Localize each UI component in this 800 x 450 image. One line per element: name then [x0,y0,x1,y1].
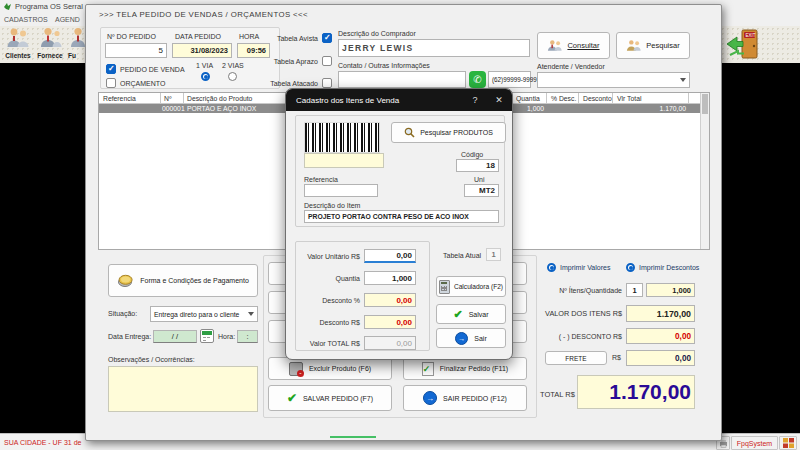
help-button[interactable]: ? [464,95,486,105]
frete-label: FRETE [565,355,586,362]
calculator-icon [439,280,450,294]
finalizar-pedido-button[interactable]: ✓ Finalizar Pedido (F11) [403,357,527,380]
consultar-label: Consultar [567,41,599,50]
check-icon: ✔ [453,308,462,321]
atendente-label: Atendente / Vendedor [537,63,605,70]
tabela-atacado-label: Tabela Atacado [268,80,318,87]
phone-input[interactable]: (62)99999-9999 [488,71,531,88]
pedido-input[interactable]: 5 [105,43,167,58]
calculadora-button[interactable]: Calculadora (F2) [436,276,506,297]
desconto-total-label: ( - ) DESCONTO R$ [540,333,622,340]
row-descricao: PORTAO E AÇO INOX [187,105,256,112]
hora-entrega-label: Hora: [218,333,235,340]
toolbar-item-clientes[interactable]: Clientes [4,27,32,62]
frete-button[interactable]: FRETE [545,351,607,365]
pesquisar-produtos-button[interactable]: Pesquisar PRODUTOS [391,122,506,143]
descricao-item-input[interactable]: PROJETO PORTAO CONTRA PESO DE ACO INOX [304,210,499,223]
menu-agenda[interactable]: AGEND [55,16,80,23]
barcode-input[interactable] [304,153,384,168]
delete-icon: - [289,362,303,376]
valor-unitario-input[interactable]: 0,00 [364,249,416,263]
atendente-select[interactable] [537,72,690,88]
status-brand: FpqSystem [737,440,772,447]
frete-box[interactable]: 0,00 [626,350,695,366]
chevron-down-icon [248,312,254,316]
modal-salvar-button[interactable]: ✔ Salvar [436,304,506,324]
calendar-button[interactable] [200,329,214,343]
hora-label: HORA [239,33,259,40]
situacao-value: Entrega direto para o cliente [154,311,239,318]
tabela-avista-checkbox[interactable] [322,33,332,43]
referencia-label: Referencia [304,176,338,183]
codigo-label: Código [461,151,483,158]
data-input[interactable]: 31/08/2023 [172,43,232,58]
toolbar-item-fornecedores[interactable]: Fornece [36,27,64,62]
data-label: DATA PEDIDO [175,33,221,40]
uni-box: MT2 [464,184,499,197]
imprimir-valores-radio[interactable] [547,263,556,272]
suppliers-icon [38,27,62,49]
situacao-select[interactable]: Entrega direto para o cliente [150,306,258,322]
imprimir-descontos-radio[interactable] [626,263,635,272]
desconto-rs-input[interactable]: 0,00 [364,315,416,329]
modal-sair-button[interactable]: → Sair [436,328,506,348]
payment-label: Forma e Condições de Pagamento [140,277,249,284]
data-entrega-input[interactable]: / / [153,330,197,343]
desconto-pct-label: Desconto % [300,297,360,304]
grid-header-vlr-total[interactable]: Vlr Total [617,95,641,102]
payment-button[interactable]: Forma e Condições de Pagamento [108,264,258,297]
tabela-avista-label: Tabela Avista [275,35,318,42]
excluir-label: Excluir Produto (F6) [309,365,371,372]
grid-header-numero[interactable]: Nº [164,95,171,102]
grid-header-descricao[interactable]: Descrição do Produto [187,95,252,102]
itens-label: Nº Ítens/Quantidade [540,287,622,294]
pesquisar-button[interactable]: Pesquisar [616,32,690,59]
exit-door-icon: EXIT [724,27,764,61]
clients-icon [6,27,30,49]
via1-radio[interactable] [201,72,210,81]
via2-radio[interactable] [228,72,237,81]
tabela-atacado-checkbox[interactable] [322,78,332,88]
modal-titlebar[interactable]: Cadastro dos Itens de Venda ? ✕ [286,89,512,111]
exit-button[interactable]: EXIT [724,27,766,62]
grid-header-quantia[interactable]: Quantia [516,95,540,102]
grid-header-desconto[interactable]: Desconto [583,95,612,102]
consult-people-icon [547,39,563,52]
referencia-input[interactable] [304,184,378,197]
close-button[interactable]: ✕ [486,95,512,105]
salvar-pedido-button[interactable]: ✔ SALVAR PEDIDO (F7) [268,385,392,411]
row-numero: 000001 [162,105,185,112]
desconto-pct-input[interactable]: 0,00 [364,293,416,307]
whatsapp-button[interactable]: ✆ [469,71,486,88]
calculadora-label: Calculadora (F2) [454,283,503,290]
grid-header-pct-desc[interactable]: % Desc. [551,95,576,102]
contato-input[interactable] [338,71,466,88]
orcamento-checkbox[interactable] [106,78,116,88]
situacao-label: Situação: [108,310,137,317]
grid-scrollbar[interactable] [700,93,709,249]
comprador-label: Descrição do Comprador [338,30,416,37]
contato-label: Contato / Outras Informações [338,62,430,69]
fpq-grid-icon [783,438,794,448]
valor-total-box: 0,00 [364,336,416,350]
comprador-input[interactable]: JERRY LEWIS [338,39,530,57]
imprimir-descontos-label: Imprimir Descontos [639,264,699,271]
valor-total-label: Valor TOTAL R$ [294,340,360,347]
grid-header-referencia[interactable]: Referencia [103,95,136,102]
hora-entrega-input[interactable]: : [237,330,258,343]
tabela-aprazo-checkbox[interactable] [322,56,332,66]
hora-input[interactable]: 09:56 [237,43,270,58]
menu-cadastros[interactable]: CADASTROS [4,16,48,23]
quantia-input[interactable]: 1,000 [364,271,416,285]
window-bottom-accent [330,436,376,438]
scrollbar-thumb[interactable] [702,94,708,114]
consultar-button[interactable]: Consultar [537,32,610,59]
pedido-venda-checkbox[interactable] [106,64,116,74]
valor-itens-box: 1.170,00 [626,305,695,322]
obs-textarea[interactable] [108,366,258,412]
magnifier-icon [404,127,415,138]
pesquisar-label: Pesquisar [646,41,679,50]
codigo-box: 18 [456,159,499,172]
sair-pedido-button[interactable]: → SAIR PEDIDO (F12) [403,385,527,411]
excluir-produto-button[interactable]: - Excluir Produto (F6) [268,357,392,380]
